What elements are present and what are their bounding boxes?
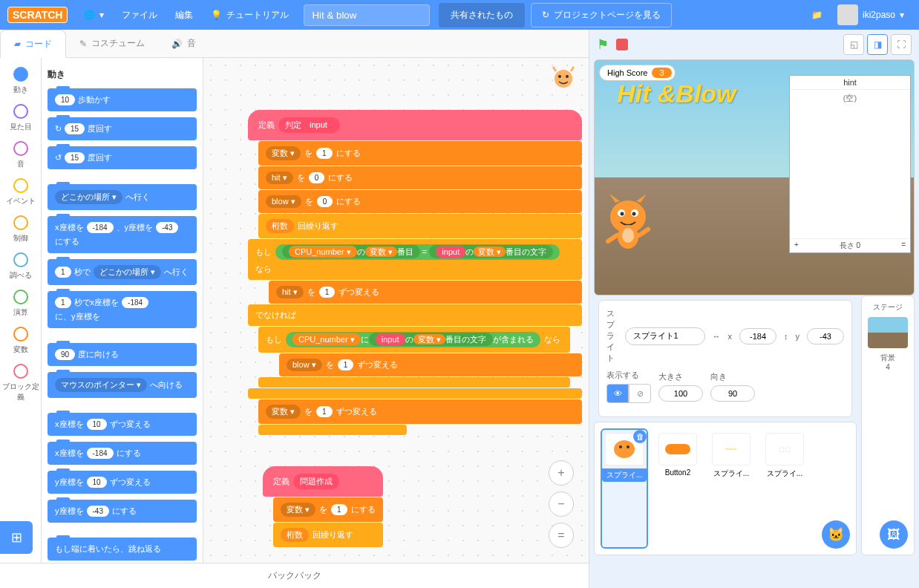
block-change-x[interactable]: x座標を10ずつ変える [48,413,197,436]
image-plus-icon: 🖼 [887,527,900,543]
block-goto[interactable]: どこかの場所 ▾へ行く [48,184,197,210]
set-hit-block[interactable]: hit ▾を0にする [258,166,582,189]
category-dot-icon [13,67,28,82]
sprite-item-3[interactable]: ⬚⬚スプライ... [761,428,808,549]
if-block[interactable]: もし CPU_number ▾の変数 ▾番目 = inputの変数 ▾番目の文字… [248,239,582,280]
block-goto-xy[interactable]: x座標を-184、y座標を-43にする [48,216,197,253]
svg-point-7 [632,212,636,216]
stop-button[interactable] [616,39,628,50]
menubar: SCRATCH 🌐▾ ファイル 編集 💡チュートリアル 共有されたもの ↻プロジ… [0,0,919,30]
category-変数[interactable]: 変数 [0,322,41,359]
repeat-block-2[interactable]: 桁数回繰り返す [273,523,383,547]
define-hat-2[interactable]: 定義問題作成 [263,466,383,497]
category-ブロック定義[interactable]: ブロック定義 [0,359,41,407]
block-bounce[interactable]: もし端に着いたら、跳ね返る [48,538,197,561]
sprite-y-input[interactable] [807,328,844,344]
add-backdrop-button[interactable]: 🖼 [880,520,908,549]
block-turn-left[interactable]: ↺15度回す [48,146,197,169]
sprite-item-1[interactable]: Button2 [654,428,701,549]
tab-sounds[interactable]: 🔊音 [158,30,209,57]
category-制御[interactable]: 制御 [0,211,41,248]
category-見た目[interactable]: 見た目 [0,99,41,137]
scratch-logo[interactable]: SCRATCH [7,7,68,23]
add-extension-button[interactable]: ⊞ [0,521,33,554]
zoom-in-button[interactable]: + [549,460,574,486]
sprite-direction-input[interactable] [710,385,755,402]
change-hit-block[interactable]: hit ▾を1ずつ変える [269,281,582,304]
my-stuff-button[interactable]: 📁 [804,10,830,20]
sprite-name-input[interactable] [625,327,705,345]
sprite-item-2[interactable]: ~~~スプライ... [707,428,755,549]
category-調べる[interactable]: 調べる [0,248,41,285]
file-menu[interactable]: ファイル [113,0,166,30]
delete-sprite-button[interactable]: 🗑 [633,430,647,443]
define-hat[interactable]: 定義判定 input [248,110,582,140]
block-set-x[interactable]: x座標を-184にする [48,442,197,465]
script-hantei[interactable]: 定義判定 input 変数 ▾を1にする hit ▾を0にする blow ▾を0… [248,110,582,436]
svg-point-12 [627,445,629,448]
sprite-label: Button2 [658,468,697,477]
zoom-controls: + − = [549,460,574,548]
hide-sprite-button[interactable]: ⊘ [629,384,651,403]
script-mondai[interactable]: 定義問題作成 変数 ▾を1にする 桁数回繰り返す [263,466,383,548]
change-blow-block[interactable]: blow ▾を1ずつ変える [279,353,582,376]
block-change-y[interactable]: y座標を10ずつ変える [48,471,197,494]
backpack[interactable]: バックパック [0,563,589,588]
share-button[interactable]: 共有されたもの [439,3,525,27]
green-flag-button[interactable]: ⚑ [597,36,609,53]
zoom-reset-button[interactable]: = [549,523,574,548]
category-演算[interactable]: 演算 [0,285,41,322]
category-dot-icon [13,215,28,230]
change-var-block[interactable]: 変数 ▾を1ずつ変える [258,399,582,424]
stage-header: ⚑ ◱ ◨ ⛶ [589,30,919,59]
tab-costumes[interactable]: ✎コスチューム [66,30,158,57]
block-set-y[interactable]: y座標を-43にする [48,500,197,523]
block-glide-xy[interactable]: 1秒でx座標を-184に、y座標を [48,291,197,328]
project-page-button[interactable]: ↻プロジェクトページを見る [531,3,672,27]
workspace[interactable]: 定義判定 input 変数 ▾を1にする hit ▾を0にする blow ▾を0… [203,58,589,563]
sprite-item-0[interactable]: スプライ...🗑 [601,428,648,549]
small-stage-button[interactable]: ◱ [843,34,864,55]
stage-title-sprite: Hit &Blow [617,79,736,108]
tutorials-button[interactable]: 💡チュートリアル [202,0,298,30]
language-menu[interactable]: 🌐▾ [75,0,113,30]
block-point-direction[interactable]: 90度に向ける [48,343,197,366]
category-dot-icon [13,178,28,193]
fullscreen-button[interactable]: ⛶ [891,34,912,55]
category-音[interactable]: 音 [0,137,41,174]
zoom-out-button[interactable]: − [549,491,574,517]
block-glide[interactable]: 1秒でどこかの場所 ▾へ行く [48,259,197,285]
stage-selector[interactable]: ステージ 背景 4 🖼 [861,295,915,555]
sprite-thumbnail: ⬚⬚ [765,433,804,466]
show-sprite-button[interactable]: 👁 [606,384,629,403]
block-turn-right[interactable]: ↻15度回す [48,117,197,140]
project-title-input[interactable] [304,4,430,26]
category-dot-icon [13,104,28,119]
block-move-steps[interactable]: 10歩動かす [48,88,197,111]
high-score-monitor: High Score3 [599,65,676,81]
edit-menu[interactable]: 編集 [166,0,202,30]
set-var-block[interactable]: 変数 ▾を1にする [258,141,582,166]
stage[interactable]: High Score3 Hit &Blow hint (空) +長さ 0= [594,59,915,295]
svg-point-0 [555,70,572,88]
add-sprite-button[interactable]: 🐱 [822,520,850,549]
set-var-block-2[interactable]: 変数 ▾を1にする [273,497,383,522]
contains-operator[interactable]: CPU_number ▾にinputの変数 ▾番目の文字が含まれる [286,332,540,347]
sound-icon: 🔊 [171,39,183,49]
set-blow-block[interactable]: blow ▾を0にする [258,190,582,213]
tab-code[interactable]: ▰コード [0,30,66,58]
sprite-size-input[interactable] [658,385,703,402]
large-stage-button[interactable]: ◨ [867,34,888,55]
category-動き[interactable]: 動き [0,62,41,99]
avatar [837,4,858,25]
sprite-x-input[interactable] [739,328,776,344]
repeat-block[interactable]: 桁数回繰り返す [258,214,582,238]
block-point-towards[interactable]: マウスのポインター ▾へ向ける [48,372,197,398]
c-end [258,425,407,435]
if-contains-block[interactable]: もし CPU_number ▾にinputの変数 ▾番目の文字が含まれる なら [258,327,570,353]
block-palette: 動き 10歩動かす ↻15度回す ↺15度回す どこかの場所 ▾へ行く x座標を… [42,58,203,563]
equals-operator[interactable]: CPU_number ▾の変数 ▾番目 = inputの変数 ▾番目の文字 [275,244,560,260]
account-menu[interactable]: iki2paso ▾ [830,4,912,25]
else-block[interactable]: でなければ [248,304,582,326]
category-イベント[interactable]: イベント [0,174,41,211]
